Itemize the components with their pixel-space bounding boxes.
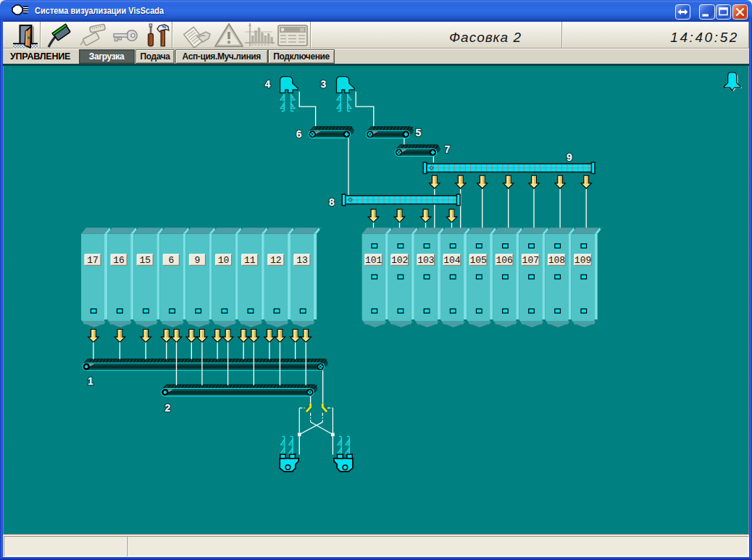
svg-text:12: 12: [270, 255, 282, 266]
svg-text:7: 7: [445, 143, 451, 155]
svg-text:11: 11: [244, 255, 256, 266]
svg-text:16: 16: [113, 255, 125, 266]
svg-text:105: 105: [469, 255, 486, 266]
svg-text:104: 104: [443, 255, 461, 266]
svg-text:9: 9: [567, 151, 572, 163]
svg-text:101: 101: [365, 255, 383, 266]
svg-text:6: 6: [168, 255, 174, 266]
svg-text:10: 10: [218, 255, 230, 266]
svg-text:2: 2: [165, 402, 171, 414]
svg-text:109: 109: [575, 255, 591, 266]
svg-text:106: 106: [496, 255, 512, 266]
svg-text:9: 9: [195, 255, 201, 266]
svg-text:5: 5: [416, 127, 422, 138]
svg-text:13: 13: [296, 255, 308, 266]
svg-text:8: 8: [329, 196, 335, 208]
svg-text:103: 103: [417, 255, 434, 266]
svg-text:1: 1: [88, 375, 93, 387]
svg-text:6: 6: [296, 128, 302, 140]
svg-text:3: 3: [321, 78, 327, 90]
svg-text:4: 4: [265, 78, 271, 90]
svg-text:17: 17: [87, 255, 99, 266]
svg-text:107: 107: [522, 255, 539, 266]
svg-text:102: 102: [391, 255, 408, 266]
svg-text:15: 15: [139, 255, 151, 266]
svg-text:108: 108: [548, 255, 565, 266]
